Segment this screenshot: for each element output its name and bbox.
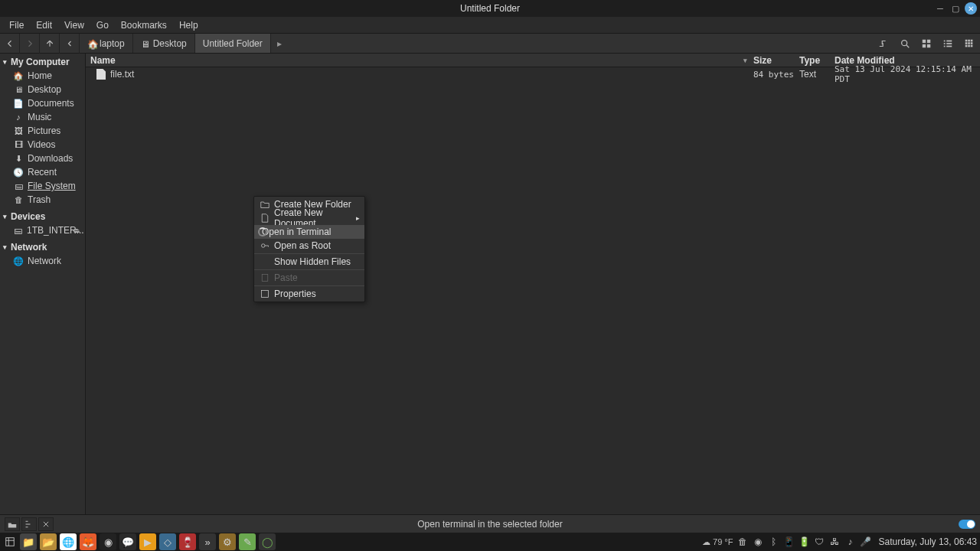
nav-up-button[interactable] <box>40 34 60 54</box>
home-icon: 🏠 <box>14 71 23 80</box>
sidebar-item-filesystem[interactable]: 🖴File System <box>0 179 85 193</box>
menu-go[interactable]: Go <box>90 18 115 32</box>
view-icons-button[interactable] <box>916 34 937 54</box>
system-taskbar: 📁 📂 🌐 🦊 ◉ 💬 ▶ ◇ 🍷 » ⚙ ✎ ◯ ☁79 °F 🗑 ◉ ᛒ 📱… <box>0 533 980 551</box>
breadcrumb-current[interactable]: Untitled Folder <box>195 34 271 53</box>
close-button[interactable]: ✕ <box>965 2 977 15</box>
breadcrumb-home[interactable]: 🏠 laptop <box>80 34 133 53</box>
ctx-create-document[interactable]: Create New Document ▸ <box>254 211 364 225</box>
app-chrome-icon[interactable]: 🌐 <box>60 533 77 550</box>
nav-forward-button[interactable] <box>20 34 40 54</box>
app-firefox-icon[interactable]: 🦊 <box>80 533 96 550</box>
status-toggle[interactable] <box>959 520 975 529</box>
sidebar-header-network[interactable]: ▾Network <box>0 240 85 254</box>
desktop-icon: 🖥 <box>141 39 150 48</box>
column-header-name[interactable]: Name▾ <box>86 55 753 66</box>
app-wine-icon[interactable]: 🍷 <box>179 533 196 550</box>
app-media-icon[interactable]: ▶ <box>139 533 156 550</box>
breadcrumb-next-button[interactable]: ▸ <box>271 34 288 53</box>
view-compact-button[interactable] <box>959 34 980 54</box>
svg-rect-1 <box>923 39 926 42</box>
ctx-open-terminal[interactable]: Open in Terminal <box>254 225 364 239</box>
file-size: 84 bytes <box>753 70 799 80</box>
sidebar-header-devices[interactable]: ▾Devices <box>0 210 85 223</box>
app-inkscape-icon[interactable]: ◇ <box>159 533 176 550</box>
svg-rect-18 <box>968 44 970 47</box>
column-header-size[interactable]: Size <box>753 55 799 66</box>
maximize-button[interactable]: ▢ <box>949 2 962 15</box>
search-button[interactable] <box>894 34 916 54</box>
context-menu-separator <box>254 269 364 270</box>
status-tree-button[interactable] <box>21 517 37 531</box>
tray-mic-icon[interactable]: 🎤 <box>860 536 871 547</box>
window-title: Untitled Folder <box>460 3 520 14</box>
svg-rect-11 <box>965 39 968 41</box>
text-file-icon <box>96 69 106 80</box>
sidebar-item-downloads[interactable]: ⬇Downloads <box>0 152 85 165</box>
app-steam-icon[interactable]: ◉ <box>100 533 116 550</box>
menu-file[interactable]: File <box>3 18 30 32</box>
status-close-button[interactable] <box>38 517 54 531</box>
tray-update-icon[interactable]: 🛡 <box>814 536 825 547</box>
ctx-show-hidden[interactable]: Show Hidden Files <box>254 255 364 269</box>
sidebar-header-my-computer[interactable]: ▾My Computer <box>0 55 85 69</box>
menubar: File Edit View Go Bookmarks Help <box>0 17 980 34</box>
tray-obs-icon[interactable]: ◉ <box>753 536 763 547</box>
app-mint-icon[interactable]: ◯ <box>259 533 276 550</box>
tray-phone-icon[interactable]: 📱 <box>783 536 794 547</box>
view-list-button[interactable] <box>937 34 959 54</box>
document-plus-icon <box>260 214 270 223</box>
sidebar: ▾My Computer 🏠Home 🖥Desktop 📄Documents ♪… <box>0 54 86 514</box>
context-menu-separator <box>254 253 364 254</box>
sidebar-item-music[interactable]: ♪Music <box>0 110 85 124</box>
tray-clock[interactable]: Saturday, July 13, 06:43 <box>878 536 977 547</box>
ctx-label: Properties <box>274 289 316 299</box>
menu-bookmarks[interactable]: Bookmarks <box>115 18 173 32</box>
ctx-properties[interactable]: Properties <box>254 287 364 301</box>
sidebar-item-videos[interactable]: 🎞Videos <box>0 138 85 152</box>
column-header-type[interactable]: Type <box>799 55 835 66</box>
svg-rect-19 <box>971 44 973 47</box>
nav-back-button[interactable] <box>0 34 20 54</box>
sidebar-item-pictures[interactable]: 🖼Pictures <box>0 124 85 138</box>
sidebar-item-device[interactable]: 🖴 1TB_INTER... ⏏ <box>0 223 85 237</box>
sidebar-item-network[interactable]: 🌐Network <box>0 254 85 268</box>
nav-prev-crumb-button[interactable] <box>60 34 80 54</box>
tray-battery-icon[interactable]: 🔋 <box>799 536 809 547</box>
app-remmina-icon[interactable]: » <box>199 533 216 550</box>
context-menu-separator <box>254 285 364 286</box>
menu-view[interactable]: View <box>58 18 90 32</box>
desktop-icon: 🖥 <box>14 85 23 94</box>
breadcrumb-desktop[interactable]: 🖥 Desktop <box>133 34 195 53</box>
file-row[interactable]: file.txt 84 bytes Text Sat 13 Jul 2024 1… <box>86 67 980 81</box>
tray-volume-icon[interactable]: ♪ <box>844 536 855 547</box>
cloud-icon: ☁ <box>702 537 710 547</box>
svg-point-20 <box>262 244 266 248</box>
sidebar-item-documents[interactable]: 📄Documents <box>0 96 85 110</box>
sidebar-item-label: Downloads <box>28 153 73 164</box>
menu-edit[interactable]: Edit <box>30 18 58 32</box>
toggle-path-button[interactable] <box>873 34 894 54</box>
sidebar-item-desktop[interactable]: 🖥Desktop <box>0 83 85 96</box>
ctx-open-root[interactable]: Open as Root <box>254 239 364 253</box>
start-menu-button[interactable] <box>3 535 17 549</box>
app-files-active-icon[interactable]: 📂 <box>40 533 57 550</box>
app-discord-icon[interactable]: 💬 <box>119 533 136 550</box>
eject-icon[interactable]: ⏏ <box>74 227 80 234</box>
content-area[interactable]: Name▾ Size Type Date Modified file.txt 8… <box>86 54 980 514</box>
tray-network-icon[interactable]: 🖧 <box>829 536 840 547</box>
app-files-icon[interactable]: 📁 <box>20 533 37 550</box>
menu-help[interactable]: Help <box>173 18 204 32</box>
svg-rect-23 <box>6 538 15 546</box>
sidebar-item-home[interactable]: 🏠Home <box>0 69 85 83</box>
tray-bluetooth-icon[interactable]: ᛒ <box>768 536 779 547</box>
sidebar-header-label: Devices <box>11 211 45 222</box>
sidebar-item-trash[interactable]: 🗑Trash <box>0 193 85 207</box>
app-editor-icon[interactable]: ✎ <box>239 533 256 550</box>
app-settings-icon[interactable]: ⚙ <box>219 533 236 550</box>
tray-trash-icon[interactable]: 🗑 <box>737 536 748 547</box>
status-places-button[interactable] <box>5 517 20 531</box>
minimize-button[interactable]: ─ <box>934 2 946 15</box>
sidebar-item-recent[interactable]: 🕓Recent <box>0 165 85 179</box>
tray-weather[interactable]: ☁79 °F <box>702 537 733 547</box>
